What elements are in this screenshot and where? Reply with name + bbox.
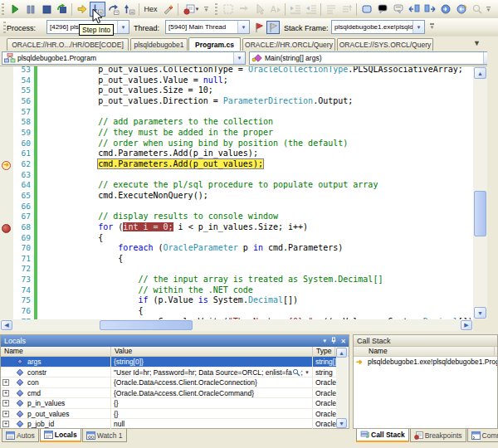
comment-icon[interactable] <box>390 2 406 17</box>
locals-row-p_out_values[interactable]: +p_out_values{}Oracle.Da <box>1 409 336 420</box>
hex-button[interactable]: Hex <box>141 2 160 17</box>
code-line-64[interactable]: 64 // execute the pl/sql procedure to po… <box>0 180 473 191</box>
uncomment-icon[interactable] <box>374 2 390 17</box>
document-tab-1[interactable]: plsqldebugobe1 <box>130 38 188 51</box>
bookmark-folder-prev-icon[interactable] <box>437 2 453 17</box>
auto-hide-pin-icon[interactable] <box>330 337 337 346</box>
toolbar-grip[interactable] <box>2 3 4 15</box>
find-symbol-icon[interactable]: A <box>267 2 283 17</box>
code-line-66[interactable]: 66 <box>0 202 473 212</box>
code-line-69[interactable]: 69 { <box>0 233 473 244</box>
locals-row-constr[interactable]: constr"User Id=hr; Password=hr; Data Sou… <box>1 368 336 378</box>
clear-bookmarks-icon[interactable] <box>469 2 485 17</box>
locals-row-cmd[interactable]: +cmd{Oracle.DataAccess.Client.OracleComm… <box>1 388 336 399</box>
vertical-scroll-thumb[interactable] <box>474 191 486 236</box>
code-line-60[interactable]: 60 // order when using bind by position … <box>0 139 473 149</box>
toolbar-overflow-button[interactable]: ▼ <box>485 7 492 12</box>
prev-bookmark-icon[interactable] <box>406 2 422 17</box>
call-stack-row[interactable]: ➜plsqldebugobe1.exe!plsqldebugobe1.Progr… <box>354 357 497 368</box>
scroll-up-icon[interactable]: ▲ <box>474 67 486 79</box>
scroll-down-icon[interactable]: ▼ <box>474 307 486 319</box>
code-line-55[interactable]: 55 p_out_values.Size = 10; <box>0 85 473 96</box>
parameter-info-icon[interactable] <box>339 2 354 17</box>
tab-autos[interactable]: Autos <box>2 429 39 442</box>
tab-breakpoints[interactable]: Breakpoints <box>410 429 466 442</box>
dropdown-arrow-icon[interactable]: ▼ <box>413 21 424 33</box>
code-line-72[interactable]: 72 <box>0 264 473 275</box>
document-tab-4[interactable]: ORACLE://SYS.ORCL/Query <box>337 38 433 51</box>
code-line-73[interactable]: 73 // the input array is treated as Syst… <box>0 275 473 285</box>
document-tab-0[interactable]: ORACLE://HR.O.../HR/OBE[CODE] <box>7 38 129 51</box>
document-tab-active[interactable]: Program.cs <box>188 37 241 51</box>
locals-scrollbar[interactable]: ▲ ▼ <box>336 348 348 428</box>
schema-icon[interactable] <box>236 2 251 17</box>
horizontal-scroll-thumb[interactable] <box>100 320 193 330</box>
comment-selection-icon[interactable] <box>359 2 374 17</box>
types-dropdown[interactable]: plsqldebugobe1.Program ▼ <box>2 51 246 65</box>
continue-icon[interactable] <box>7 2 22 17</box>
tab-watch-1[interactable]: Watch 1 <box>82 429 127 442</box>
code-line-76[interactable]: 76 { <box>0 306 473 317</box>
toolbar-grip[interactable] <box>3 22 6 33</box>
show-next-statement-icon[interactable] <box>74 2 90 17</box>
editor-horizontal-scrollbar[interactable]: ◀ ▶ <box>0 319 473 331</box>
code-line-63[interactable]: 63 <box>0 170 473 181</box>
flag-threads-icon[interactable] <box>252 21 266 34</box>
expand-icon[interactable]: + <box>2 421 9 427</box>
locals-row-p_in_values[interactable]: +p_in_values{}Oracle.Da <box>1 398 336 409</box>
code-line-65[interactable]: 65 cmd.ExecuteNonQuery(); <box>0 191 473 202</box>
editor-vertical-scrollbar[interactable]: ▲ ▼ <box>473 66 487 319</box>
tab-call-stack[interactable]: Call Stack <box>356 429 409 442</box>
locals-row-args[interactable]: args{string[0]}string[] <box>1 357 336 368</box>
code-line-74[interactable]: 74 // within the .NET code <box>0 285 473 296</box>
scroll-right-icon[interactable]: ▶ <box>461 320 472 330</box>
locals-row-p_job_id[interactable]: +p_job_idnullOracle.Da <box>1 419 336 430</box>
stop-debugging-icon[interactable] <box>38 2 54 17</box>
break-all-icon[interactable] <box>22 2 38 17</box>
code-line-57[interactable]: 57 <box>0 107 473 118</box>
code-line-56[interactable]: 56 p_out_values.Direction = ParameterDir… <box>0 96 473 107</box>
code-line-62[interactable]: 62 cmd.Parameters.Add(p_out_values); <box>0 159 473 170</box>
locals-row-con[interactable]: +con{Oracle.DataAccess.Client.OracleConn… <box>1 377 336 388</box>
members-dropdown[interactable]: Main(string[] args) ▼ <box>249 51 496 65</box>
breakpoints-window-icon[interactable]: ▼ <box>180 2 203 17</box>
expand-icon[interactable]: + <box>2 379 9 386</box>
tab-command-win[interactable]: Command Win <box>467 429 498 442</box>
code-line-58[interactable]: 58 // add parameters to the collection <box>0 117 473 128</box>
visualizer-dropdown-icon[interactable]: ▼ <box>305 368 310 377</box>
code-line-54[interactable]: 54 p_out_values.Value = null; <box>0 75 473 86</box>
pointer-icon[interactable] <box>160 2 176 17</box>
code-line-67[interactable]: 67 // display results to console window <box>0 212 473 222</box>
locals-column-headers[interactable]: Name Value Type <box>1 347 349 357</box>
expand-icon[interactable]: + <box>2 400 9 407</box>
toolbar-overflow-button[interactable]: ▼ <box>203 7 210 12</box>
scroll-left-icon[interactable]: ◀ <box>1 320 12 330</box>
box-select-icon[interactable] <box>220 2 236 17</box>
magnifier-icon[interactable] <box>292 368 300 378</box>
restart-icon[interactable] <box>54 2 70 17</box>
document-tab-3[interactable]: ORACLE://HR.ORCL/Query <box>242 38 335 51</box>
dropdown-arrow-icon[interactable]: ▼ <box>237 21 249 33</box>
window-position-icon[interactable]: ▼ <box>322 338 327 343</box>
code-editor[interactable]: ➜ 53 p_out_values.CollectionType = Oracl… <box>0 66 487 319</box>
code-line-75[interactable]: 75 if (p.Value is System.Decimal[]) <box>0 295 473 306</box>
call-stack-column-headers[interactable]: Name <box>354 347 497 357</box>
code-line-53[interactable]: 53 p_out_values.CollectionType = OracleC… <box>0 66 473 75</box>
code-line-61[interactable]: 61 cmd.Parameters.Add(p_in_values); <box>0 149 473 159</box>
thread-combobox[interactable]: [5940] Main Thread ▼ <box>165 20 250 34</box>
expand-icon[interactable]: + <box>2 411 9 417</box>
tab-scroll-down-icon[interactable]: ▼ <box>473 39 481 47</box>
code-line-71[interactable]: 71 { <box>0 254 473 265</box>
tab-locals[interactable]: Locals <box>40 429 81 442</box>
code-line-70[interactable]: 70 foreach (OracleParameter p in cmd.Par… <box>0 243 473 254</box>
call-stack-panel-header[interactable]: Call Stack <box>354 335 497 347</box>
show-flagged-only-icon[interactable] <box>266 21 280 34</box>
bookmark-folder-next-icon[interactable] <box>453 2 469 17</box>
step-over-icon[interactable] <box>105 2 121 17</box>
stack-frame-combobox[interactable]: plsqldebugobe1.exe!plsqldebug ▼ <box>331 20 425 34</box>
step-out-icon[interactable] <box>121 2 137 17</box>
code-line-68[interactable]: 68 for (int i = 0; i < p_in_values.Size;… <box>0 222 473 233</box>
outdent-icon[interactable] <box>303 2 319 17</box>
next-bookmark-icon[interactable] <box>422 2 437 17</box>
expand-icon[interactable]: + <box>2 390 9 397</box>
